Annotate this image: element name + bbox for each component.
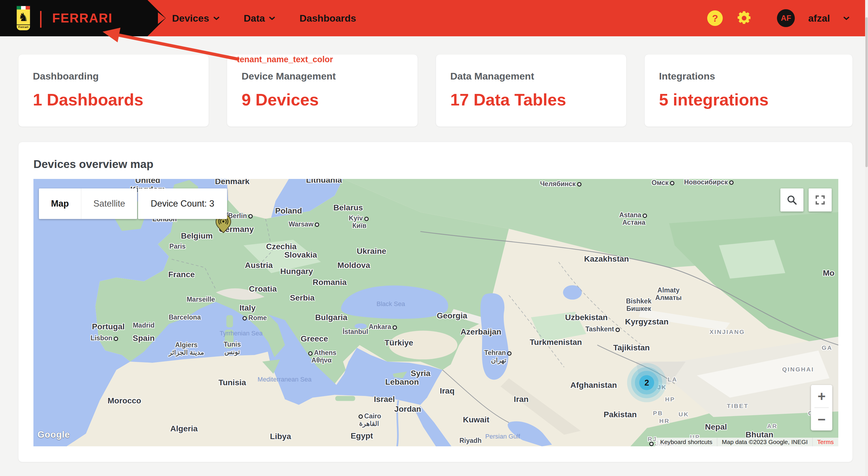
map-labels: UnitedKingdomDenmarkLithuaniaIrelandNeth…	[33, 179, 838, 446]
map-label: Italy	[240, 304, 256, 313]
map-label: TIBET	[727, 403, 749, 409]
map-card-title: Devices overview map	[33, 158, 153, 170]
stat-card-value: 9 Devices	[242, 90, 417, 109]
map-label: UK	[679, 411, 689, 418]
map-label: XINJIANG	[710, 328, 745, 336]
map-label: Black Sea	[377, 300, 405, 308]
top-navigation-bar: ♞ Ferrari FERRARI Devices Data Dashboard…	[0, 0, 868, 36]
terms-link[interactable]: Terms	[812, 438, 838, 446]
map-label: Poland	[275, 207, 302, 216]
map-data-copyright: Map data ©2023 Google, INEGI	[717, 438, 812, 446]
nav-item-data[interactable]: Data	[244, 13, 276, 24]
map-label: Kazakhstan	[584, 255, 629, 264]
map-label: Paris	[169, 243, 186, 250]
chevron-down-icon[interactable]	[843, 16, 849, 20]
map-label: GA	[822, 344, 833, 351]
map-label: Rome	[241, 314, 267, 322]
zoom-in-button[interactable]: +	[811, 385, 832, 407]
stat-card-data-management: Data Management 17 Data Tables	[436, 54, 626, 127]
map-label: Greece	[301, 334, 328, 343]
map-label: Tunisتونس	[224, 341, 241, 356]
map-label: Iran	[514, 395, 529, 404]
map-label: Romania	[313, 278, 347, 287]
keyboard-shortcuts-link[interactable]: Keyboard shortcuts	[656, 438, 717, 446]
stat-cards-row: Dashboarding 1 Dashboards Device Managem…	[18, 54, 853, 127]
map-label: Tehranتهران	[484, 349, 513, 364]
logo-divider	[40, 11, 41, 28]
map-type-map-button[interactable]: Map	[39, 188, 81, 219]
app-screen: ♞ Ferrari FERRARI Devices Data Dashboard…	[0, 0, 868, 476]
stat-card-value: 17 Data Tables	[451, 90, 626, 109]
scrollbar-thumb[interactable]	[865, 17, 868, 167]
zoom-out-button[interactable]: −	[811, 408, 832, 431]
map-label: Lebanon	[385, 378, 419, 387]
map-label: Afghanistan	[570, 381, 617, 390]
map-label: AlmatyАлматы	[655, 287, 682, 302]
stat-card-title: Integrations	[659, 71, 852, 82]
map-label: Turkmenistan	[530, 338, 582, 347]
map-type-satellite-button[interactable]: Satellite	[81, 188, 137, 219]
scrollbar[interactable]	[865, 0, 868, 476]
map-attribution-bar: Keyboard shortcuts Map data ©2023 Google…	[656, 438, 838, 446]
map-label: AstanaАстана	[619, 212, 649, 226]
map-label: Libya	[270, 432, 291, 441]
map-fullscreen-button[interactable]	[809, 188, 832, 212]
stat-card-title: Device Management	[242, 71, 417, 82]
device-count-badge: Device Count: 3	[138, 188, 227, 219]
map-label: PB	[653, 410, 663, 417]
map-label: France	[168, 270, 195, 279]
map-label: Israel	[374, 395, 395, 404]
annotation-label: tenant_name_text_color	[237, 55, 333, 64]
map-label: Persian Gulf	[485, 433, 520, 440]
stat-card-value: 5 integrations	[659, 90, 852, 109]
map-label: Slovakia	[284, 250, 317, 259]
map-label: Algiersمدينة الجزائر	[168, 342, 204, 356]
map-label: Tunisia	[218, 378, 246, 387]
fullscreen-icon	[815, 195, 825, 205]
map-label: Hungary	[280, 267, 313, 276]
map-label: Serbia	[290, 293, 315, 302]
user-avatar[interactable]: AF	[777, 9, 795, 27]
devices-overview-map-card: Devices overview map	[18, 142, 853, 462]
google-map[interactable]: UnitedKingdomDenmarkLithuaniaIrelandNeth…	[33, 179, 838, 446]
wedge-tip-decoration	[158, 12, 165, 24]
map-search-button[interactable]	[780, 188, 803, 212]
tenant-name[interactable]: FERRARI	[52, 0, 113, 36]
map-label: Algeria	[170, 424, 198, 433]
nav-item-devices[interactable]: Devices	[172, 13, 220, 24]
map-label: Омск	[652, 179, 676, 187]
device-cluster-marker[interactable]: 2	[639, 375, 654, 390]
help-button[interactable]: ?	[707, 10, 723, 26]
map-label: LA	[668, 376, 678, 383]
map-label: Azerbaijan	[461, 327, 501, 336]
map-label: Portugal	[92, 322, 125, 331]
map-label: AthensΑθήνα	[307, 349, 336, 364]
user-name[interactable]: afzal	[808, 13, 830, 24]
prancing-horse-icon: ♞	[17, 9, 30, 25]
map-label: Nepal	[705, 422, 727, 431]
stat-card-title: Dashboarding	[33, 71, 209, 82]
map-label: Morocco	[107, 396, 141, 405]
search-icon	[786, 194, 797, 205]
map-label: Egypt	[351, 431, 373, 440]
map-label: Spain	[133, 334, 155, 343]
map-label: Madrid	[133, 322, 154, 329]
map-label: Barcelona	[168, 314, 200, 321]
map-label: İstanbul	[343, 328, 368, 336]
settings-gear-icon[interactable]	[736, 10, 752, 26]
map-label: Türkiye	[384, 338, 413, 347]
cluster-count: 2	[639, 375, 654, 390]
ferrari-logo[interactable]: ♞ Ferrari	[16, 5, 31, 31]
stat-card-device-management: Device Management 9 Devices	[227, 54, 417, 127]
map-label: Denmark	[215, 179, 250, 186]
nav-item-dashboards[interactable]: Dashboards	[300, 13, 356, 24]
map-label: AR	[767, 423, 777, 430]
map-label: QINGHAI	[782, 366, 814, 373]
map-label: Marseille	[187, 296, 215, 304]
map-label: Syria	[411, 369, 431, 378]
google-logo[interactable]: Google	[37, 430, 70, 440]
map-label: Mo	[823, 268, 834, 278]
map-label: KyivКиїв	[349, 215, 370, 230]
main-nav: Devices Data Dashboards	[172, 0, 356, 36]
map-label: Tyrrhenian Sea	[220, 330, 262, 337]
